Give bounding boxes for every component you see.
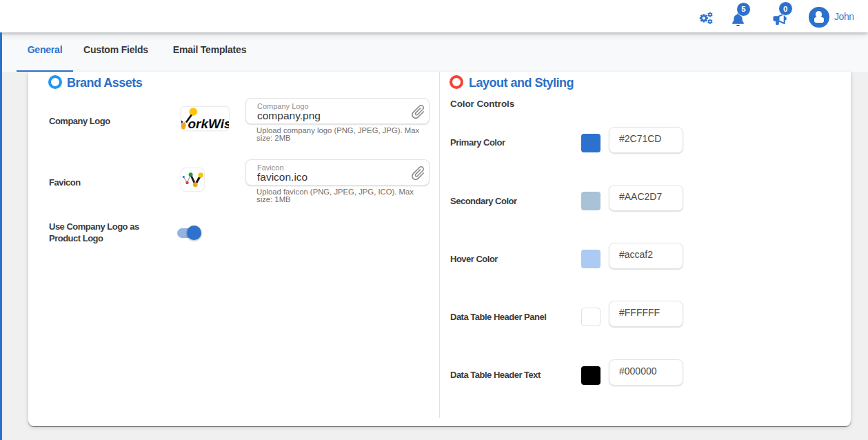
svg-text:orkWis: orkWis (188, 117, 230, 130)
